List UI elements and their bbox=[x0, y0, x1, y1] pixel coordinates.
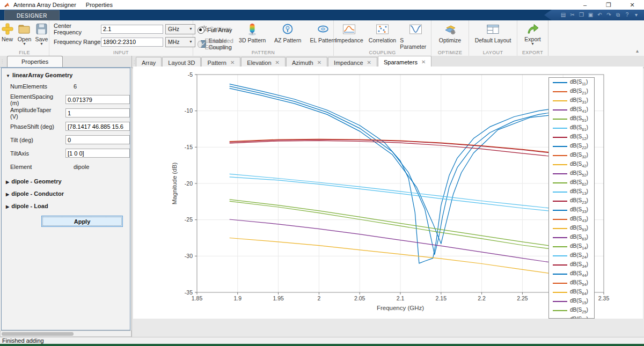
help-icon[interactable]: ? bbox=[623, 10, 632, 20]
close-tab-icon[interactable]: ✕ bbox=[421, 59, 426, 65]
collapsed-section[interactable]: ▶dipole - Load bbox=[2, 198, 130, 210]
legend-label: dB(S25) bbox=[570, 307, 588, 314]
legend-entry: dB(S14) bbox=[549, 242, 594, 251]
tab-sparameters[interactable]: Sparameters✕ bbox=[378, 56, 431, 68]
az-pattern-icon bbox=[281, 23, 294, 36]
tab-impedance[interactable]: Impedance✕ bbox=[328, 57, 377, 68]
impedance-button[interactable]: Impedance bbox=[334, 22, 365, 50]
property-input[interactable] bbox=[65, 95, 130, 104]
collapsed-section[interactable]: ▶dipole - Conductor bbox=[2, 186, 130, 198]
export-button[interactable]: Export ▼ bbox=[519, 22, 546, 46]
tab-layout-3d[interactable]: Layout 3D bbox=[162, 57, 201, 68]
legend-label: dB(S43) bbox=[570, 216, 588, 223]
close-tab-icon[interactable]: ✕ bbox=[367, 60, 371, 65]
more-icon[interactable]: ▾ bbox=[632, 10, 641, 20]
tab-array[interactable]: Array bbox=[136, 57, 162, 68]
minimize-button[interactable]: – bbox=[573, 0, 597, 10]
legend-line-sample bbox=[553, 155, 567, 156]
frequency-range-unit-dropdown[interactable]: MHz▼ bbox=[165, 37, 195, 47]
legend-entry: dB(S52) bbox=[549, 169, 594, 178]
window-title: Antenna Array Designer bbox=[13, 2, 76, 8]
legend-line-sample bbox=[553, 137, 567, 138]
optimize-button[interactable]: Optimize bbox=[434, 22, 467, 43]
center-frequency-unit-dropdown[interactable]: GHz▼ bbox=[165, 24, 195, 34]
legend-entry: dB(S41) bbox=[549, 105, 594, 114]
property-row: ElementSpacing (m) bbox=[2, 93, 130, 106]
legend-label: dB(S14) bbox=[570, 243, 588, 251]
dock-icon[interactable]: ⧉ bbox=[613, 10, 623, 20]
tick-label-x: 2.05 bbox=[354, 295, 365, 301]
property-value: 6 bbox=[74, 83, 77, 90]
legend-line-sample bbox=[553, 219, 567, 220]
property-label: NumElements bbox=[10, 83, 64, 90]
legend-entry: dB(S32) bbox=[549, 151, 594, 160]
legend-line-sample bbox=[553, 82, 567, 83]
legend-line-sample bbox=[553, 192, 567, 193]
property-label: Tilt (deg) bbox=[10, 137, 56, 143]
cut-icon[interactable]: ✂ bbox=[568, 10, 577, 20]
3d-pattern-button[interactable]: 3D Pattern bbox=[236, 22, 269, 51]
legend-line-sample bbox=[553, 301, 567, 302]
open-button[interactable]: Open ▼ bbox=[17, 22, 32, 46]
ribbon-tab-strip: DESIGNER ▤✂❐▣↶↷⧉?▾ bbox=[0, 10, 644, 20]
property-input[interactable] bbox=[65, 135, 130, 144]
tab-properties[interactable]: Properties bbox=[7, 56, 63, 67]
full-array-radio[interactable]: Full Array bbox=[197, 24, 236, 36]
maximize-button[interactable]: ❐ bbox=[597, 0, 620, 10]
tab-pattern[interactable]: Pattern✕ bbox=[201, 57, 240, 68]
group-lineararray-geometry[interactable]: ▼linearArray Geometry bbox=[2, 68, 130, 79]
doc-grip[interactable]: ⋮ bbox=[132, 56, 136, 68]
close-tab-icon[interactable]: ✕ bbox=[230, 60, 235, 65]
frequency-range-input[interactable] bbox=[101, 38, 163, 47]
close-tab-icon[interactable]: ✕ bbox=[275, 60, 280, 65]
property-input[interactable] bbox=[65, 108, 130, 117]
properties-panel: ⋮ Properties ▼linearArray Geometry NumEl… bbox=[0, 56, 132, 337]
document-area: ⋮ ArrayLayout 3DPattern✕Elevation✕Azimut… bbox=[132, 56, 644, 337]
property-input[interactable] bbox=[65, 149, 130, 158]
collapsed-section[interactable]: ▶dipole - Geometry bbox=[2, 173, 130, 186]
paste-icon[interactable]: ▣ bbox=[586, 10, 595, 20]
plot-legend[interactable]: dB(S11)dB(S21)dB(S31)dB(S41)dB(S51)dB(S6… bbox=[548, 77, 595, 319]
save-button[interactable]: Save ▼ bbox=[34, 22, 49, 46]
property-row: NumElements6 bbox=[2, 79, 130, 93]
collapse-ribbon-icon[interactable]: ▴ bbox=[636, 48, 644, 56]
save-icon[interactable]: ▤ bbox=[559, 10, 568, 20]
close-button[interactable]: ✕ bbox=[620, 0, 644, 10]
tick-label-x: 2 bbox=[317, 295, 320, 301]
undo-icon[interactable]: ↶ bbox=[595, 10, 604, 20]
center-frequency-input[interactable] bbox=[101, 25, 163, 34]
tick-label-y: -20 bbox=[185, 180, 193, 187]
legend-line-sample bbox=[553, 237, 567, 238]
s-parameter-button[interactable]: S Parameter bbox=[400, 22, 431, 50]
tab-designer[interactable]: DESIGNER bbox=[4, 10, 60, 21]
legend-label: dB(S21) bbox=[570, 88, 588, 95]
correlation-button[interactable]: Correlation bbox=[367, 22, 398, 50]
az-pattern-button[interactable]: AZ Pattern bbox=[271, 22, 304, 51]
legend-entry: dB(S51) bbox=[549, 114, 594, 123]
legend-label: dB(S52) bbox=[570, 170, 588, 178]
redo-icon[interactable]: ↷ bbox=[604, 10, 613, 20]
antenna-array-designer-window: Antenna Array Designer Properties – ❐ ✕ … bbox=[0, 0, 644, 346]
hscroll-thumb[interactable] bbox=[2, 332, 74, 336]
copy-icon[interactable]: ❐ bbox=[577, 10, 586, 20]
apply-button[interactable]: Apply bbox=[41, 216, 123, 227]
save-dropdown-arrow[interactable]: ▼ bbox=[40, 42, 43, 46]
property-input[interactable] bbox=[65, 122, 130, 131]
default-layout-button[interactable]: Default Layout bbox=[472, 22, 515, 43]
correlation-icon bbox=[376, 23, 389, 36]
section-input: Center Frequency GHz▼ Frequency Range MH… bbox=[49, 20, 193, 56]
legend-label: dB(S11) bbox=[570, 79, 588, 86]
panel-grip[interactable]: ⋮ bbox=[0, 56, 4, 67]
tab-elevation[interactable]: Elevation✕ bbox=[241, 57, 286, 68]
sparameters-figure: 1.851.91.9522.052.12.152.22.252.32.35-35… bbox=[133, 67, 643, 319]
property-row: AmplitudeTaper (V) bbox=[2, 106, 130, 120]
export-dropdown-arrow[interactable]: ▼ bbox=[531, 42, 535, 46]
close-tab-icon[interactable]: ✕ bbox=[317, 60, 321, 65]
properties-hscrollbar[interactable] bbox=[0, 330, 131, 337]
open-dropdown-arrow[interactable]: ▼ bbox=[23, 42, 26, 46]
tab-azimuth[interactable]: Azimuth✕ bbox=[286, 57, 327, 68]
workspace: ⋮ Properties ▼linearArray Geometry NumEl… bbox=[0, 56, 644, 337]
new-button[interactable]: New bbox=[0, 22, 14, 46]
property-label: PhaseShift (deg) bbox=[10, 123, 56, 130]
embedded-element-radio[interactable]: Embedded Element bbox=[197, 38, 236, 50]
